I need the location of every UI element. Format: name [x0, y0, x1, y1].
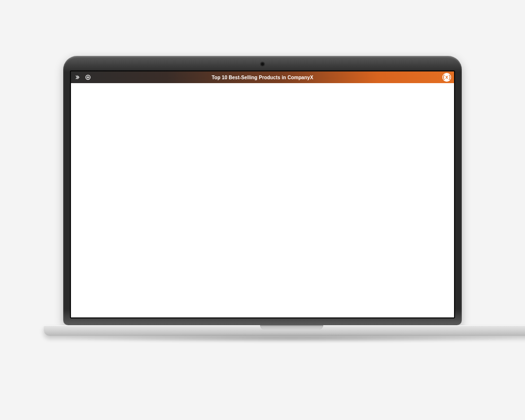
topbar-left-controls	[74, 74, 91, 81]
brand-logo-text: {x}	[442, 75, 451, 80]
laptop-mockup: Top 10 Best-Selling Products in CompanyX…	[44, 56, 481, 345]
camera-dot	[261, 63, 264, 66]
laptop-shadow	[58, 334, 525, 343]
laptop-base	[44, 325, 525, 345]
trackpad-notch	[260, 325, 323, 330]
laptop-lid: Top 10 Best-Selling Products in CompanyX…	[63, 56, 462, 325]
laptop-screen: Top 10 Best-Selling Products in CompanyX…	[70, 70, 455, 318]
brand-logo[interactable]: {x}	[442, 73, 451, 82]
chevrons-right-icon	[74, 74, 80, 80]
app-topbar: Top 10 Best-Selling Products in CompanyX…	[71, 71, 454, 83]
page-title: Top 10 Best-Selling Products in CompanyX	[212, 75, 314, 80]
expand-sidebar-button[interactable]	[74, 74, 81, 81]
app-content-area	[71, 83, 454, 317]
plus-circle-icon	[85, 74, 91, 80]
app-viewport: Top 10 Best-Selling Products in CompanyX…	[71, 71, 454, 317]
add-button[interactable]	[85, 74, 91, 81]
